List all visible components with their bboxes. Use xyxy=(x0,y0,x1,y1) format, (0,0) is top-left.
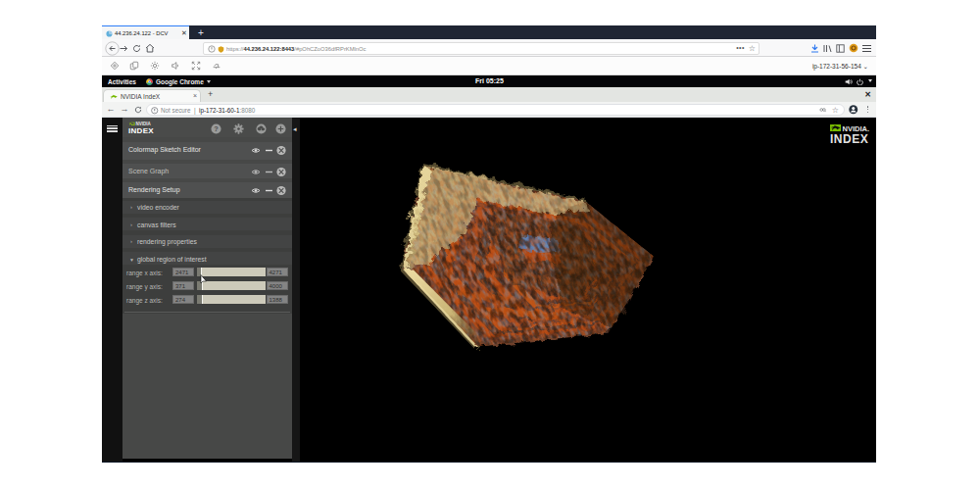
svg-text:INDEX: INDEX xyxy=(830,132,868,146)
svg-text:?: ? xyxy=(214,124,219,133)
